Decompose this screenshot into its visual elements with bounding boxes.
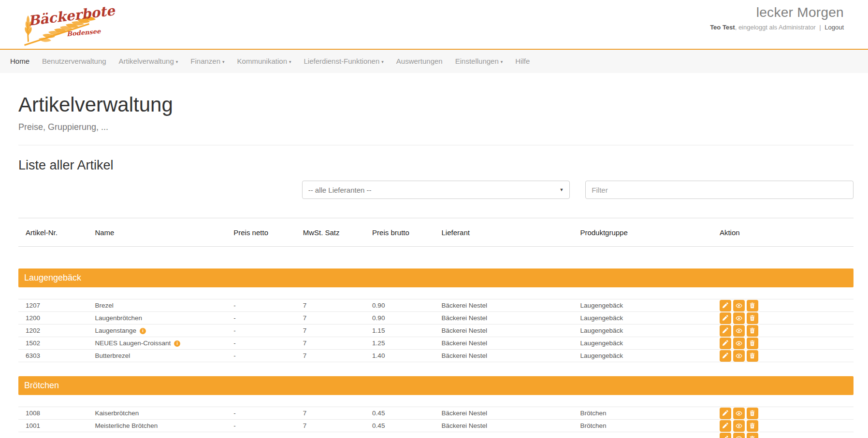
nav-item-label: Benutzerverwaltung xyxy=(42,57,106,65)
article-number-cell: 1001 xyxy=(18,422,87,429)
chevron-down-icon: ▾ xyxy=(176,59,178,64)
actions-cell xyxy=(712,408,854,419)
delete-button[interactable] xyxy=(747,433,758,438)
view-button[interactable] xyxy=(733,408,745,419)
gross-price-cell: 0.45 xyxy=(365,422,434,429)
column-header-lieferant: Lieferant xyxy=(434,228,573,237)
supplier-cell: Bäckerei Nestel xyxy=(434,339,573,347)
gross-price-cell: 0.45 xyxy=(365,410,434,417)
view-button[interactable] xyxy=(733,300,745,311)
filter-input[interactable] xyxy=(585,181,854,199)
trash-icon xyxy=(749,436,755,438)
edit-button[interactable] xyxy=(720,312,731,324)
nav-item-label: Artikelverwaltung xyxy=(119,57,174,65)
nav-item-auswertungen[interactable]: Auswertungen xyxy=(390,50,449,73)
nav-item-kommunikation[interactable]: Kommunikation▾ xyxy=(231,50,298,73)
nav-item-lieferdienst-funktionen[interactable]: Lieferdienst-Funktionen▾ xyxy=(298,50,390,73)
articles-table: Artikel-Nr.NamePreis nettoMwSt. SatzPrei… xyxy=(18,218,854,438)
delete-button[interactable] xyxy=(747,338,758,349)
nav-item-finanzen[interactable]: Finanzen▾ xyxy=(184,50,231,73)
nav-item-label: Einstellungen xyxy=(455,57,499,65)
product-group-cell: Laugengebäck xyxy=(573,327,712,334)
pencil-icon xyxy=(722,410,728,416)
delete-button[interactable] xyxy=(747,300,758,311)
net-price-cell: - xyxy=(226,422,295,429)
view-button[interactable] xyxy=(733,350,745,362)
view-button[interactable] xyxy=(733,433,745,438)
delete-button[interactable] xyxy=(747,408,758,419)
actions-cell xyxy=(712,420,854,432)
view-button[interactable] xyxy=(733,312,745,324)
nav-item-benutzerverwaltung[interactable]: Benutzerverwaltung xyxy=(36,50,113,73)
edit-button[interactable] xyxy=(720,300,731,311)
edit-button[interactable] xyxy=(720,433,731,438)
vat-rate-cell: 7 xyxy=(296,410,365,417)
header-user-area: lecker Morgen Teo Test, eingeloggt als A… xyxy=(710,5,844,31)
eye-icon xyxy=(736,302,742,309)
supplier-select[interactable]: -- alle Lieferanten -- ▼ xyxy=(302,181,570,199)
delete-button[interactable] xyxy=(747,350,758,362)
net-price-cell: - xyxy=(226,302,295,309)
actions-cell xyxy=(712,312,854,324)
column-header-produktgruppe: Produktgruppe xyxy=(573,228,712,237)
net-price-cell: - xyxy=(226,314,295,322)
filter-controls: -- alle Lieferanten -- ▼ xyxy=(18,181,854,199)
delete-button[interactable] xyxy=(747,420,758,432)
eye-icon xyxy=(736,315,742,322)
eye-icon xyxy=(736,353,742,359)
nav-item-home[interactable]: Home xyxy=(4,50,36,73)
article-name-cell: Laugenbrötchen xyxy=(87,314,226,322)
delete-button[interactable] xyxy=(747,312,758,324)
edit-button[interactable] xyxy=(720,420,731,432)
nav-item-label: Kommunikation xyxy=(237,57,287,65)
separator: | xyxy=(819,24,821,31)
section-title: Liste aller Artikel xyxy=(18,158,854,173)
product-group-cell: Laugengebäck xyxy=(573,352,712,359)
product-group-cell: Laugengebäck xyxy=(573,339,712,347)
info-icon[interactable]: i xyxy=(174,340,180,347)
app-header: Bäckerbote Bodensee lecker Morgen Teo Te… xyxy=(0,0,868,50)
brand-logo[interactable]: Bäckerbote Bodensee xyxy=(17,2,100,46)
trash-icon xyxy=(749,340,755,346)
product-group-cell: Laugengebäck xyxy=(573,302,712,309)
view-button[interactable] xyxy=(733,420,745,432)
table-row: 1202Laugenstangei-71.15Bäckerei NestelLa… xyxy=(18,325,854,337)
info-icon[interactable]: i xyxy=(140,328,146,334)
nav-item-label: Hilfe xyxy=(515,57,530,65)
nav-item-artikelverwaltung[interactable]: Artikelverwaltung▾ xyxy=(113,50,185,73)
gross-price-cell: 1.40 xyxy=(365,352,434,359)
delete-button[interactable] xyxy=(747,325,758,337)
gross-price-cell: 1.25 xyxy=(365,339,434,347)
article-number-cell: 6303 xyxy=(18,352,87,359)
gross-price-cell: 0.90 xyxy=(365,302,434,309)
table-row: 1207Brezel-70.90Bäckerei NestelLaugengeb… xyxy=(18,299,854,312)
table-row xyxy=(18,432,854,438)
view-button[interactable] xyxy=(733,338,745,349)
trash-icon xyxy=(749,423,755,429)
supplier-cell: Bäckerei Nestel xyxy=(434,314,573,322)
table-row: 1200Laugenbrötchen-70.90Bäckerei NestelL… xyxy=(18,312,854,325)
edit-button[interactable] xyxy=(720,350,731,362)
pencil-icon xyxy=(722,302,728,309)
view-button[interactable] xyxy=(733,325,745,337)
nav-item-hilfe[interactable]: Hilfe xyxy=(509,50,536,73)
chevron-down-icon: ▾ xyxy=(289,59,291,64)
nav-item-einstellungen[interactable]: Einstellungen▾ xyxy=(449,50,509,73)
supplier-cell: Bäckerei Nestel xyxy=(434,422,573,429)
gross-price-cell: 0.90 xyxy=(365,314,434,322)
edit-button[interactable] xyxy=(720,408,731,419)
group-gap xyxy=(18,395,854,407)
nav-item-label: Finanzen xyxy=(190,57,220,65)
group-spacer xyxy=(18,362,854,376)
column-header-preis-brutto: Preis brutto xyxy=(365,228,434,237)
edit-button[interactable] xyxy=(720,325,731,337)
article-number-cell: 1008 xyxy=(18,410,87,417)
net-price-cell: - xyxy=(226,352,295,359)
actions-cell xyxy=(712,325,854,337)
eye-icon xyxy=(736,435,742,438)
table-row: 1008Kaiserbrötchen-70.45Bäckerei NestelB… xyxy=(18,407,854,420)
logout-link[interactable]: Logout xyxy=(825,24,844,31)
article-number-cell: 1202 xyxy=(18,327,87,334)
edit-button[interactable] xyxy=(720,338,731,349)
divider xyxy=(18,145,854,145)
